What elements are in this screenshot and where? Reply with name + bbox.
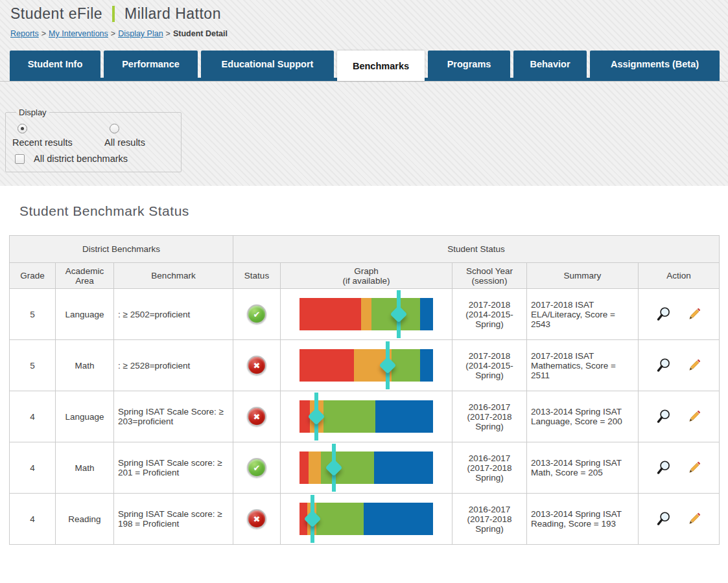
display-options-panel: Display Recent results All results All d… [5,108,182,172]
benchmark-table-row: 5 Math : ≥ 2528=proficient ✖ 2017-2018 (… [10,340,720,391]
breadcrumb: Reports>My Interventions>Display Plan>St… [10,29,728,38]
pencil-icon[interactable] [687,409,702,424]
graph-segment-red [299,452,309,484]
section-title: Student Benchmark Status [19,203,728,219]
tab-benchmarks[interactable]: Benchmarks [337,51,425,81]
tab-bar: Student Info Performance Educational Sup… [10,51,720,81]
academic-area-cell: Math [56,442,114,494]
graph-segment-blue [364,503,434,535]
col-header-status: Status [233,263,281,289]
graph-cell [281,391,452,442]
status-fail-x-icon: ✖ [247,509,266,529]
graph-segment-blue [420,298,434,330]
radio-group-all-results: All results [104,119,145,148]
benchmark-cell: Spring ISAT Scale score: ≥ 201 = Profici… [114,442,233,494]
benchmark-graph [299,400,434,433]
radio-group-recent-results: Recent results [12,119,102,148]
action-cell [639,340,720,391]
academic-area-cell: Reading [56,494,114,545]
graph-segment-red [299,349,355,382]
graph-segment-blue [374,452,433,484]
content-panel: Student Benchmark Status District Benchm… [0,186,728,583]
school-year-cell: 2016-2017 (2017-2018 Spring) [452,442,527,494]
graph-cell [281,494,452,545]
magnifier-icon[interactable] [655,357,672,374]
col-header-grade: Grade [10,263,56,289]
graph-segment-green [316,503,363,535]
benchmark-table-row: 5 Language : ≥ 2502=proficient ✔ 2017-20… [10,289,720,340]
tab-performance[interactable]: Performance [104,51,198,78]
pencil-icon[interactable] [687,460,702,475]
summary-cell: 2013-2014 Spring ISAT Math, Score = 205 [527,442,639,494]
action-cell [639,494,720,545]
grade-cell: 5 [10,289,56,340]
action-cell [639,391,720,442]
status-pass-check-icon: ✔ [247,458,266,477]
all-district-benchmarks-checkbox[interactable] [15,154,25,164]
benchmark-table-row: 4 Language Spring ISAT Scale Score: ≥ 20… [10,391,720,442]
app-title: Student eFile [10,5,102,23]
col-header-academic-area: AcademicArea [56,263,114,289]
tab-assignments-beta[interactable]: Assignments (Beta) [590,51,720,78]
breadcrumb-link-display-plan[interactable]: Display Plan [118,29,163,38]
breadcrumb-current: Student Detail [173,29,228,38]
academic-area-cell: Math [56,340,114,391]
breadcrumb-separator: > [41,29,46,38]
magnifier-icon[interactable] [655,459,672,476]
graph-segment-green [323,400,376,433]
benchmark-graph [299,452,434,484]
student-name: Millard Hatton [124,5,221,23]
benchmark-cell: : ≥ 2502=proficient [114,289,233,340]
magnifier-icon[interactable] [655,306,672,323]
grade-cell: 4 [10,442,56,494]
col-header-school-year: School Year(session) [452,263,527,289]
recent-results-label[interactable]: Recent results [12,137,73,148]
all-district-benchmarks-label[interactable]: All district benchmarks [34,154,128,164]
group-header-district-benchmarks: District Benchmarks [10,236,233,263]
school-year-cell: 2017-2018 (2014-2015-Spring) [452,340,527,391]
magnifier-icon[interactable] [655,408,672,425]
pencil-icon[interactable] [687,511,702,527]
academic-area-cell: Language [56,289,114,340]
grade-cell: 5 [10,340,56,391]
pencil-icon[interactable] [687,358,702,373]
summary-cell: 2017-2018 ISAT Mathematics, Score = 2511 [527,340,639,391]
status-cell: ✔ [233,442,281,494]
title-separator-bar [112,6,115,22]
recent-results-radio[interactable] [18,124,27,133]
benchmark-table-row: 4 Math Spring ISAT Scale score: ≥ 201 = … [10,442,720,494]
graph-cell [281,289,452,340]
tab-student-info[interactable]: Student Info [10,51,100,78]
magnifier-icon[interactable] [655,510,672,527]
grade-cell: 4 [10,391,56,442]
page-header: Student eFile Millard Hatton Reports>My … [0,0,728,38]
summary-cell: 2013-2014 Spring ISAT Reading, Score = 1… [527,494,639,545]
benchmark-cell: : ≥ 2528=proficient [114,340,233,391]
tabs-underline [0,81,728,82]
status-cell: ✖ [233,340,281,391]
graph-segment-orange [361,298,372,330]
summary-cell: 2017-2018 ISAT ELA/Literacy, Score = 254… [527,289,639,340]
all-results-label[interactable]: All results [104,137,145,148]
all-results-radio[interactable] [110,124,119,133]
breadcrumb-link-my-interventions[interactable]: My Interventions [49,29,108,38]
benchmark-table-row: 4 Reading Spring ISAT Scale score: ≥ 198… [10,494,720,545]
benchmark-cell: Spring ISAT Scale Score: ≥ 203=proficien… [114,391,233,442]
school-year-cell: 2017-2018 (2014-2015-Spring) [452,289,527,340]
status-fail-x-icon: ✖ [247,356,266,375]
col-header-action: Action [639,263,720,289]
benchmark-graph [299,298,434,330]
tab-programs[interactable]: Programs [428,51,510,78]
action-cell [639,442,720,494]
breadcrumb-separator: > [166,29,170,38]
pencil-icon[interactable] [687,306,702,322]
graph-segment-orange [309,452,321,484]
benchmark-graph [299,503,434,535]
tab-educational-support[interactable]: Educational Support [201,51,334,78]
graph-cell [281,340,452,391]
graph-segment-blue [375,400,433,433]
col-header-benchmark: Benchmark [114,263,233,289]
breadcrumb-link-reports[interactable]: Reports [10,29,39,38]
benchmark-graph [299,349,434,382]
tab-behavior[interactable]: Behavior [513,51,587,78]
